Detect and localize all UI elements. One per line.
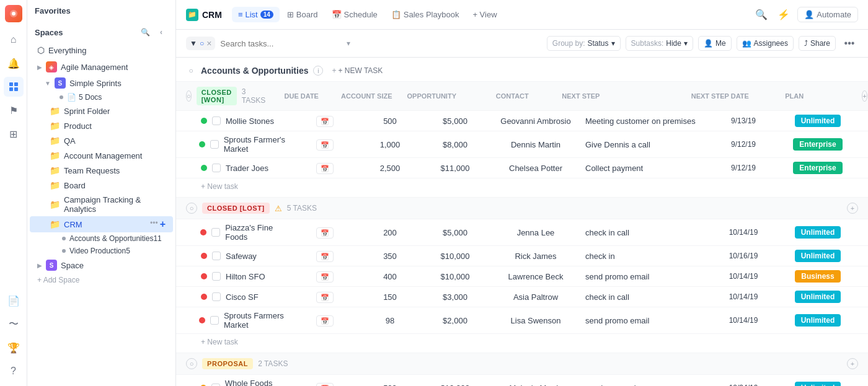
add-task-won-btn[interactable]: + New task	[176, 178, 868, 195]
tab-list[interactable]: ≡ List 14	[232, 7, 280, 22]
sidebar-item-simple-sprints[interactable]: ▼ S Simple Sprints	[30, 75, 173, 91]
calendar-icon[interactable]: 📅	[316, 163, 334, 174]
add-space-btn[interactable]: + Add Space	[30, 273, 173, 287]
tasks-icon[interactable]	[4, 77, 24, 97]
search-spaces-icon[interactable]: 🔍	[138, 25, 152, 39]
filter-remove-btn[interactable]: ×	[206, 38, 211, 48]
sidebar-item-accounts-opportunities[interactable]: Accounts & Opportunities 11	[30, 232, 173, 245]
sidebar-item-product[interactable]: 📁 Product	[30, 118, 173, 133]
share-icon: ⤴	[804, 39, 808, 48]
sidebar-item-board[interactable]: 📁 Board	[30, 178, 173, 193]
svg-rect-2	[9, 82, 13, 86]
crm-add-icon[interactable]: +	[160, 219, 166, 230]
calendar-icon[interactable]: 📅	[316, 383, 334, 387]
sidebar-item-qa[interactable]: 📁 QA	[30, 133, 173, 148]
pulse-icon[interactable]: 〜	[4, 314, 24, 334]
won-toggle-btn[interactable]: ○	[186, 90, 192, 102]
section-info-icon[interactable]: i	[313, 66, 323, 76]
calendar-icon[interactable]: 📅	[316, 227, 334, 239]
search-icon[interactable]: 🔍	[753, 6, 770, 24]
task-checkbox[interactable]	[212, 272, 221, 281]
lost-add-col-btn[interactable]: +	[847, 203, 858, 214]
tab-schedule[interactable]: 📅 Schedule	[326, 7, 384, 22]
lightning-icon[interactable]: ⚡	[775, 6, 792, 24]
docs-icon[interactable]: 📄	[4, 291, 24, 310]
more-options-icon[interactable]: •••	[841, 35, 858, 52]
add-task-lost-btn[interactable]: + New task	[176, 334, 868, 350]
list-icon: ≡	[238, 10, 243, 19]
sidebar-item-account-management[interactable]: 📁 Account Management	[30, 148, 173, 163]
won-column-headers: DUE DATE ACCOUNT SIZE OPPORTUNITY CONTAC…	[270, 92, 835, 100]
sidebar-item-video-production[interactable]: Video Production 5	[30, 245, 173, 257]
crm-label: CRM	[64, 220, 150, 229]
assignees-button[interactable]: 👥 Assignees	[737, 36, 794, 51]
group-by-chevron: ▾	[611, 39, 615, 48]
add-space-label: + Add Space	[37, 276, 79, 284]
task-checkbox[interactable]	[210, 140, 219, 149]
sidebar-item-crm[interactable]: 📁 CRM ••• +	[30, 216, 173, 232]
status-badge-lost: CLOSED [LOST]	[202, 203, 270, 214]
crm-more-icon[interactable]: •••	[150, 219, 158, 230]
calendar-icon[interactable]: 📅	[316, 139, 334, 151]
table-row: Whole Foods Market 📅 500 $10,000 Melanie…	[176, 375, 868, 386]
sidebar-item-docs[interactable]: 📄 5 Docs	[30, 91, 173, 103]
tab-add-view[interactable]: + View	[466, 7, 503, 22]
task-checkbox[interactable]	[212, 116, 221, 125]
opportunity-cell: $5,000	[424, 228, 486, 237]
next-step-date-cell: 10/24/19	[709, 384, 777, 386]
topbar: 📁 CRM ≡ List 14 ⊞ Board 📅 Schedule 📋 Sal…	[176, 0, 868, 30]
task-checkbox[interactable]	[211, 384, 220, 386]
calendar-icon[interactable]: 📅	[316, 116, 334, 127]
task-dot-red	[199, 317, 205, 323]
task-name-cisco: Cisco SF	[226, 292, 259, 302]
list-tab-label: List	[245, 10, 257, 19]
new-task-button[interactable]: + + NEW TASK	[328, 65, 386, 76]
proposal-add-col-btn[interactable]: +	[847, 358, 858, 369]
inbox-icon[interactable]: 🔔	[4, 53, 24, 73]
calendar-icon[interactable]: 📅	[316, 292, 334, 303]
sidebar-item-sprint-folder[interactable]: 📁 Sprint Folder	[30, 103, 173, 118]
section-toggle-btn[interactable]: ○	[186, 66, 196, 76]
search-dropdown-icon[interactable]: ▾	[347, 39, 350, 48]
task-checkbox[interactable]	[211, 228, 220, 237]
task-checkbox[interactable]	[212, 292, 221, 301]
grid-icon[interactable]: ⊞	[4, 124, 24, 144]
task-checkbox[interactable]	[212, 252, 221, 260]
tab-sales-playbook[interactable]: 📋 Sales Playbook	[385, 7, 466, 22]
opportunity-cell: $3,000	[424, 292, 486, 302]
sidebar-item-agile[interactable]: ▶ ◈ Agile Management	[30, 59, 173, 75]
search-input[interactable]	[220, 39, 344, 48]
group-by-button[interactable]: Group by: Status ▾	[547, 36, 621, 51]
app-logo[interactable]	[5, 5, 22, 22]
notifications-icon[interactable]: ⚑	[4, 100, 24, 120]
share-button[interactable]: ⤴ Share	[799, 36, 836, 51]
filter-funnel-chip: ▼	[190, 39, 197, 48]
calendar-icon[interactable]: 📅	[316, 315, 334, 327]
task-checkbox[interactable]	[210, 316, 219, 325]
won-task-count: 3 TASKS	[242, 87, 265, 105]
won-add-col-btn[interactable]: +	[862, 90, 867, 102]
sprints-label: Simple Sprints	[69, 79, 122, 88]
topbar-right: 🔍 ⚡ 👤 Automate	[753, 6, 858, 24]
tab-board[interactable]: ⊞ Board	[281, 7, 324, 22]
proposal-toggle-btn[interactable]: ○	[186, 358, 197, 369]
calendar-icon[interactable]: 📅	[316, 251, 334, 262]
board-icon: ⊞	[287, 10, 294, 19]
sidebar-item-space[interactable]: ▶ S Space	[30, 257, 173, 273]
sidebar-item-team-requests[interactable]: 📁 Team Requests	[30, 163, 173, 178]
calendar-icon[interactable]: 📅	[316, 271, 334, 283]
me-button[interactable]: 👤 Me	[698, 36, 732, 51]
automate-button[interactable]: 👤 Automate	[797, 7, 858, 22]
content-area: ○ Accounts & Opportunities i + + NEW TAS…	[176, 58, 868, 386]
task-cell-safeway: Safeway	[186, 252, 294, 261]
sidebar-item-everything[interactable]: ⬡ Everything	[30, 43, 173, 58]
collapse-sidebar-icon[interactable]: ‹	[154, 25, 168, 39]
home-icon[interactable]: ⌂	[4, 30, 24, 50]
sidebar-item-campaign-tracking[interactable]: 📁 Campaign Tracking & Analytics	[30, 193, 173, 216]
goals-icon[interactable]: 🏆	[4, 338, 24, 357]
help-icon[interactable]: ?	[4, 361, 24, 381]
task-checkbox[interactable]	[212, 164, 221, 172]
product-folder-icon: 📁	[50, 121, 60, 131]
subtasks-button[interactable]: Subtasks: Hide ▾	[626, 36, 693, 51]
lost-toggle-btn[interactable]: ○	[186, 203, 197, 214]
